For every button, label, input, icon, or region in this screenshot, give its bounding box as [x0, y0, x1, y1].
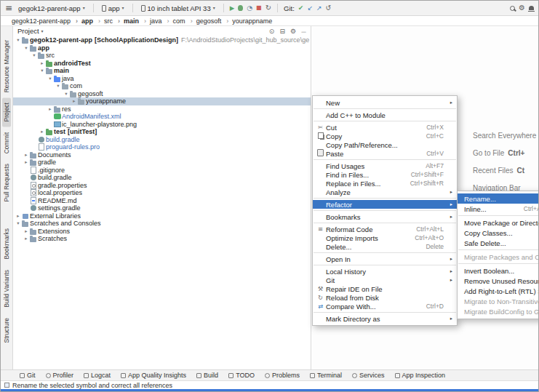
tree-chevron-icon[interactable]: ▾	[47, 76, 53, 81]
tree-chevron-icon[interactable]: ▾	[23, 45, 29, 51]
tool-window-tab[interactable]: Project	[2, 97, 11, 127]
bottom-tool-window-button[interactable]: App Quality Insights	[121, 372, 186, 379]
run-config-selector[interactable]: app ▾	[100, 4, 127, 13]
menu-item[interactable]: Bookmarks ▸	[313, 212, 457, 221]
tree-chevron-icon[interactable]: ▾	[31, 52, 37, 58]
tool-window-tab[interactable]: Resource Manager	[2, 35, 11, 97]
tree-chevron-icon[interactable]: ▸	[23, 236, 29, 241]
tree-row[interactable]: settings.gradle	[13, 204, 311, 212]
menu-item[interactable]: Cut Ctrl+X	[313, 123, 457, 132]
tree-row[interactable]: proguard-rules.pro	[13, 143, 311, 151]
tree-row[interactable]: ▸ yourappname	[13, 97, 311, 105]
tree-chevron-icon[interactable]: ▾	[15, 37, 21, 43]
gradle-sync-button[interactable]: ↻	[265, 4, 271, 12]
menu-item[interactable]: Optimize Imports Ctrl+Alt+O	[313, 233, 457, 242]
menu-item[interactable]: Delete... Delete	[313, 242, 457, 251]
git-commit-icon[interactable]: ✔	[298, 5, 304, 12]
tree-chevron-icon[interactable]: ▸	[23, 152, 29, 158]
tool-window-tab[interactable]: Bookmarks	[2, 223, 11, 265]
breadcrumb-item[interactable]: app	[74, 17, 95, 25]
run-button[interactable]: ▶	[230, 5, 235, 12]
notifications-bell-icon[interactable]	[529, 6, 534, 10]
submenu-item[interactable]: Safe Delete...	[458, 238, 539, 248]
menu-item[interactable]: Analyze ▸	[313, 188, 457, 196]
tree-row[interactable]: ic_launcher-playstore.png	[13, 121, 311, 129]
tree-row[interactable]: ▾ src	[13, 52, 311, 60]
tree-row[interactable]: ▸ Documents	[13, 151, 311, 159]
device-selector[interactable]: 10 inch tablet API 33 ▾	[139, 4, 217, 13]
bottom-tool-window-button[interactable]: Profiler	[46, 372, 74, 379]
chevron-down-icon[interactable]: ▾	[41, 29, 44, 33]
menu-item[interactable]: Refactor ▸	[313, 200, 457, 209]
tree-row[interactable]: local.properties	[13, 189, 311, 197]
panel-header-icon[interactable]	[290, 28, 296, 35]
main-menu-icon[interactable]: ≡	[5, 4, 12, 12]
panel-header-icon[interactable]	[269, 28, 275, 35]
breadcrumb-item[interactable]: main	[116, 17, 140, 25]
menu-item[interactable]: Find in Files... Ctrl+Shift+F	[313, 170, 457, 179]
menu-item[interactable]: Add C++ to Module	[313, 111, 457, 119]
submenu-item[interactable]: Move Package or Directory...	[458, 217, 539, 228]
menu-item[interactable]: Git ▸	[313, 276, 457, 284]
tree-chevron-icon[interactable]: ▸	[47, 106, 53, 112]
menu-item[interactable]: Reload from Disk	[313, 293, 457, 302]
tree-row[interactable]: ▾ java	[13, 75, 311, 83]
tree-row[interactable]: ▸ Extensions	[13, 228, 311, 236]
settings-gear-icon[interactable]: ⚙	[519, 4, 525, 12]
menu-item[interactable]: Repair IDE on File	[313, 284, 457, 293]
tree-chevron-icon[interactable]: ▸	[39, 129, 45, 135]
breadcrumb-item[interactable]: gegosoft	[189, 17, 223, 25]
breadcrumb-item[interactable]: com	[166, 17, 187, 25]
git-history-icon[interactable]: ↺	[325, 4, 331, 12]
tree-row[interactable]: ▾ main	[13, 67, 311, 75]
tool-window-tab[interactable]: Pull Requests	[2, 159, 11, 207]
tree-row[interactable]: ▾ gegosoft	[13, 90, 311, 98]
submenu-item[interactable]: Rename...	[458, 193, 539, 204]
panel-header-icon[interactable]	[279, 28, 285, 35]
menu-item[interactable]: Mark Directory as ▸	[313, 314, 457, 323]
bottom-tool-window-button[interactable]: Services	[352, 372, 385, 379]
tree-row[interactable]: gradle.properties	[13, 182, 311, 190]
stop-button[interactable]: ■	[256, 5, 262, 11]
submenu-item[interactable]: Migrate BuildConfig to Gradle Build	[458, 306, 539, 316]
search-icon[interactable]	[510, 6, 515, 11]
tool-window-tab[interactable]: Build Variants	[2, 265, 11, 313]
git-push-icon[interactable]: ↗	[316, 5, 322, 12]
menu-item[interactable]: Replace in Files... Ctrl+Shift+R	[313, 179, 457, 188]
submenu-item[interactable]: Remove Unused Resources...	[458, 276, 539, 286]
tree-row[interactable]: ▾ Scratches and Consoles	[13, 220, 311, 228]
bottom-tool-window-button[interactable]: App Inspection	[395, 372, 446, 379]
tree-row[interactable]: .gitignore	[13, 167, 311, 175]
tree-row[interactable]: ▸ gradle	[13, 159, 311, 167]
menu-item[interactable]: Reformat Code Ctrl+Alt+L	[313, 225, 457, 233]
menu-item[interactable]: Copy Ctrl+C	[313, 132, 457, 140]
menu-item[interactable]: Copy Path/Reference...	[313, 140, 457, 149]
tree-chevron-icon[interactable]: ▸	[71, 98, 77, 104]
tree-row[interactable]: ▸ androidTest	[13, 60, 311, 68]
panel-header-icon[interactable]	[301, 28, 306, 35]
tool-window-tab[interactable]: Commit	[2, 127, 11, 159]
tool-window-tab[interactable]: Structure	[2, 313, 11, 348]
submenu-item[interactable]: Copy Classes...	[458, 228, 539, 238]
tree-row[interactable]: ▾ com	[13, 82, 311, 90]
bottom-tool-window-button[interactable]: TODO	[228, 372, 255, 379]
tree-row[interactable]: ▸ Scratches	[13, 235, 311, 243]
tree-row[interactable]: AndroidManifest.xml	[13, 113, 311, 121]
tree-chevron-icon[interactable]: ▸	[39, 60, 45, 66]
tree-row[interactable]: ▸ test [unitTest]	[13, 128, 311, 136]
bottom-tool-window-button[interactable]: Build	[196, 372, 218, 379]
debug-button[interactable]	[238, 5, 243, 11]
tree-row[interactable]: ▸ External Libraries	[13, 212, 311, 220]
tree-row[interactable]: README.md	[13, 197, 311, 205]
tree-chevron-icon[interactable]: ▾	[63, 91, 69, 97]
bottom-tool-window-button[interactable]: Logcat	[84, 372, 111, 379]
bottom-tool-window-button[interactable]: Terminal	[310, 372, 342, 379]
submenu-item[interactable]: Inline... Ctrl+Alt+N	[458, 204, 539, 214]
tree-row[interactable]: ▾ gegok12-parent-app [SchoolApplicationD…	[13, 36, 311, 44]
tree-row[interactable]: build.gradle	[13, 174, 311, 182]
tree-chevron-icon[interactable]: ▸	[23, 228, 29, 234]
menu-item[interactable]: Local History ▸	[313, 267, 457, 276]
breadcrumb-item[interactable]: java	[143, 17, 164, 25]
submenu-item[interactable]: Migrate to Non-Transitive R Classes	[458, 296, 539, 306]
project-selector[interactable]: gegok12-parent-app ▾	[16, 4, 87, 13]
